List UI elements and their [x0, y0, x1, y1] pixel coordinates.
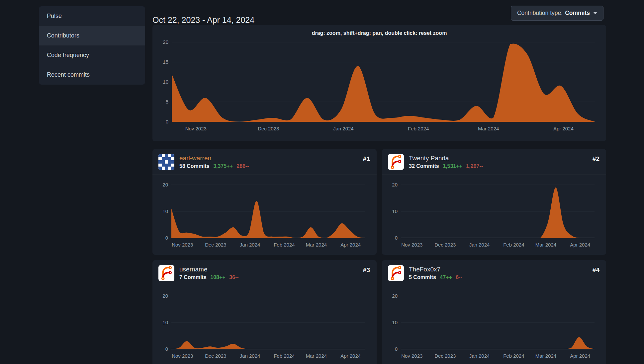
- contributor-commits: 32 Commits: [409, 163, 439, 169]
- svg-text:10: 10: [162, 320, 168, 325]
- avatar[interactable]: [388, 265, 404, 281]
- svg-text:Apr 2024: Apr 2024: [570, 353, 590, 359]
- chart-zoom-hint: drag: zoom, shift+drag: pan, double clic…: [152, 25, 606, 36]
- svg-text:Mar 2024: Mar 2024: [478, 126, 499, 131]
- svg-text:Jan 2024: Jan 2024: [469, 353, 490, 359]
- contributor-rank: #2: [593, 155, 599, 163]
- contributor-chart-2[interactable]: 01020Nov 2023Dec 2023Jan 2024Feb 2024Mar…: [388, 178, 601, 250]
- sidebar-item-label: Code frequency: [47, 52, 89, 59]
- svg-text:Mar 2024: Mar 2024: [535, 242, 556, 248]
- svg-text:Dec 2023: Dec 2023: [258, 126, 279, 131]
- contributor-deletions: 1,297--: [466, 163, 483, 169]
- contribution-type-label: Contribution type:: [517, 10, 563, 17]
- avatar[interactable]: [158, 154, 174, 170]
- contributor-additions: 47++: [440, 274, 452, 280]
- contribution-type-dropdown[interactable]: Contribution type: Commits: [511, 6, 603, 21]
- contributor-commits: 7 Commits: [179, 274, 207, 280]
- svg-text:10: 10: [163, 79, 168, 85]
- contributor-card-header: TheFox0x7 5 Commits 47++ 6-- #4: [382, 260, 606, 286]
- contributor-name[interactable]: TheFox0x7: [409, 265, 588, 273]
- svg-text:Mar 2024: Mar 2024: [535, 353, 556, 359]
- svg-text:Feb 2024: Feb 2024: [274, 242, 295, 248]
- contributor-chart-4[interactable]: 01020Nov 2023Dec 2023Jan 2024Feb 2024Mar…: [388, 289, 601, 361]
- svg-text:0: 0: [395, 346, 398, 352]
- sidebar-item-label: Pulse: [47, 13, 62, 20]
- page-title: Oct 22, 2023 - Apr 14, 2024: [152, 15, 254, 25]
- contributor-name[interactable]: Twenty Panda: [409, 154, 588, 162]
- svg-text:Dec 2023: Dec 2023: [434, 242, 456, 248]
- svg-text:Feb 2024: Feb 2024: [503, 353, 524, 359]
- svg-text:Jan 2024: Jan 2024: [240, 242, 260, 248]
- svg-text:Feb 2024: Feb 2024: [503, 242, 524, 248]
- svg-text:Nov 2023: Nov 2023: [172, 242, 193, 248]
- svg-text:20: 20: [162, 182, 168, 187]
- svg-text:0: 0: [165, 346, 168, 352]
- svg-text:Feb 2024: Feb 2024: [274, 353, 295, 359]
- contributor-card-header: earl-warren 58 Commits 3,375++ 286-- #1: [152, 149, 377, 175]
- avatar[interactable]: [388, 154, 404, 170]
- svg-text:Nov 2023: Nov 2023: [401, 353, 422, 359]
- svg-text:Nov 2023: Nov 2023: [185, 126, 207, 131]
- contributor-card-header: Twenty Panda 32 Commits 1,531++ 1,297-- …: [382, 149, 606, 175]
- contributor-name[interactable]: earl-warren: [179, 154, 358, 162]
- sidebar-item-code-frequency[interactable]: Code frequency: [39, 45, 145, 65]
- svg-text:Dec 2023: Dec 2023: [205, 242, 226, 248]
- contributor-rank: #3: [363, 266, 370, 274]
- svg-text:10: 10: [162, 208, 168, 214]
- contributor-card-1: earl-warren 58 Commits 3,375++ 286-- #1 …: [152, 149, 377, 255]
- svg-text:Mar 2024: Mar 2024: [306, 242, 327, 248]
- svg-text:10: 10: [392, 320, 398, 325]
- svg-text:Nov 2023: Nov 2023: [172, 353, 193, 359]
- contributions-chart[interactable]: 05101520Nov 2023Dec 2023Jan 2024Feb 2024…: [156, 37, 602, 136]
- contributor-commits: 58 Commits: [179, 163, 210, 169]
- contributor-additions: 1,531++: [443, 163, 462, 169]
- contributor-deletions: 36--: [229, 274, 238, 280]
- svg-text:Dec 2023: Dec 2023: [205, 353, 226, 359]
- svg-text:Apr 2024: Apr 2024: [340, 242, 361, 248]
- sidebar-item-contributors[interactable]: Contributors: [39, 26, 145, 45]
- sidebar-item-label: Contributors: [47, 32, 79, 39]
- svg-text:0: 0: [166, 119, 168, 124]
- sidebar-item-label: Recent commits: [47, 71, 90, 78]
- svg-text:Mar 2024: Mar 2024: [306, 353, 327, 359]
- svg-text:5: 5: [166, 99, 168, 105]
- contributor-deletions: 6--: [456, 274, 462, 280]
- svg-text:Apr 2024: Apr 2024: [553, 126, 574, 131]
- svg-text:0: 0: [395, 235, 398, 241]
- contributor-card-4: TheFox0x7 5 Commits 47++ 6-- #4 01020Nov…: [382, 260, 606, 364]
- contributor-chart-1[interactable]: 01020Nov 2023Dec 2023Jan 2024Feb 2024Mar…: [158, 178, 371, 250]
- svg-text:Nov 2023: Nov 2023: [401, 242, 422, 248]
- svg-text:20: 20: [162, 293, 168, 299]
- sidebar-item-pulse[interactable]: Pulse: [39, 6, 145, 26]
- main-chart-panel: drag: zoom, shift+drag: pan, double clic…: [152, 25, 606, 141]
- svg-text:10: 10: [392, 208, 398, 214]
- svg-text:20: 20: [392, 293, 398, 299]
- svg-text:Apr 2024: Apr 2024: [340, 353, 361, 359]
- chevron-down-icon: [593, 12, 597, 14]
- repo-activity-sidebar: Pulse Contributors Code frequency Recent…: [39, 6, 145, 85]
- contributor-chart-3[interactable]: 01020Nov 2023Dec 2023Jan 2024Feb 2024Mar…: [158, 289, 371, 361]
- svg-text:Jan 2024: Jan 2024: [240, 353, 260, 359]
- contributor-name[interactable]: username: [179, 265, 358, 273]
- svg-text:20: 20: [163, 39, 168, 45]
- contributor-commits: 5 Commits: [409, 274, 436, 280]
- svg-text:15: 15: [163, 59, 168, 65]
- svg-text:20: 20: [392, 182, 398, 187]
- svg-text:Feb 2024: Feb 2024: [408, 126, 429, 131]
- contributor-rank: #4: [593, 266, 599, 274]
- contributor-card-header: username 7 Commits 108++ 36-- #3: [152, 260, 377, 286]
- contributor-card-2: Twenty Panda 32 Commits 1,531++ 1,297-- …: [382, 149, 606, 255]
- svg-text:Jan 2024: Jan 2024: [469, 242, 490, 248]
- avatar[interactable]: [158, 265, 174, 281]
- contributor-rank: #1: [363, 155, 370, 163]
- contributor-card-3: username 7 Commits 108++ 36-- #3 01020No…: [152, 260, 377, 364]
- contributor-additions: 3,375++: [213, 163, 233, 169]
- contributor-additions: 108++: [210, 274, 225, 280]
- contribution-type-value: Commits: [565, 10, 590, 17]
- svg-text:Jan 2024: Jan 2024: [333, 126, 354, 131]
- contributor-deletions: 286--: [236, 163, 249, 169]
- sidebar-item-recent-commits[interactable]: Recent commits: [39, 65, 145, 85]
- contributor-cards-grid: earl-warren 58 Commits 3,375++ 286-- #1 …: [152, 149, 606, 364]
- svg-text:Dec 2023: Dec 2023: [434, 353, 456, 359]
- svg-text:0: 0: [165, 235, 168, 241]
